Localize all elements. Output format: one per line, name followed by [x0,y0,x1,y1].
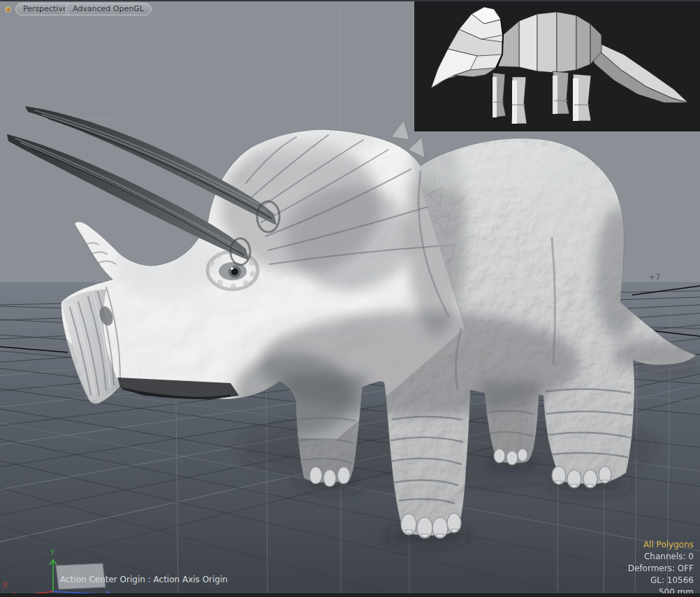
axis-y [50,560,57,591]
shading-mode-button[interactable]: Advanced OpenGL [65,3,152,15]
selection-mode-label: All Polygons [628,539,694,551]
gl-polygon-count: GL: 10566 [628,575,694,587]
axis-gizmo-icon: Y X [0,545,126,597]
viewport-info-overlay: All Polygons Channels: 0 Deformers: OFF … [628,539,694,597]
viewport-rollover-dot-icon[interactable] [5,6,11,13]
action-center-status: Action Center Origin : Action Axis Origi… [60,575,228,584]
viewport-header-controls: Perspective Advanced OpenGL [0,0,293,18]
channels-count: Channels: 0 [628,551,694,563]
workplane-offset-label: +7 [648,273,661,282]
deformers-state: Deformers: OFF [628,563,694,575]
view-type-label: Perspective [23,4,68,13]
axis-y-label: Y [50,549,55,556]
lowpoly-preview-viewport[interactable] [414,0,700,131]
shading-mode-label: Advanced OpenGL [73,4,144,13]
axis-x-label: X [3,581,8,589]
viewport-top-edge [0,0,700,1]
viewport-bottom-edge [0,594,700,597]
modeling-app-window: +7 [0,0,700,597]
